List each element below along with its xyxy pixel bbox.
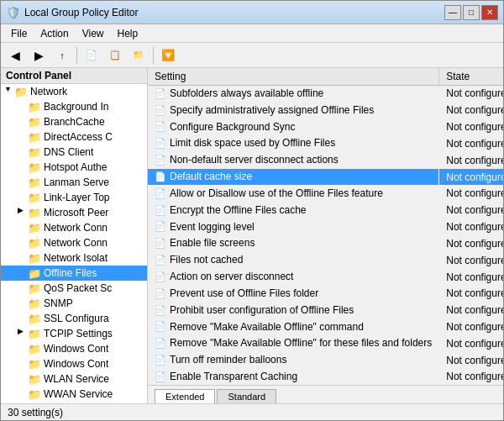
tree-panel[interactable]: Control Panel ▼ 📁 Network 📁 Background I… <box>1 68 148 403</box>
expand-icon <box>18 221 28 234</box>
expand-icon <box>18 387 28 401</box>
up-button[interactable]: ↑ <box>51 45 73 66</box>
tree-item-hotspot[interactable]: 📁 Hotspot Authe <box>1 160 147 175</box>
table-row[interactable]: 📄Default cache sizeNot configured <box>148 169 503 186</box>
app-icon: 🛡️ <box>6 6 19 19</box>
expand-icon <box>18 191 28 204</box>
tree-item-wlan[interactable]: 📁 WLAN Service <box>1 371 147 387</box>
tree-item-linklayer[interactable]: 📁 Link-Layer Top <box>1 190 147 205</box>
table-row[interactable]: 📄Enable Transparent CachingNot configure… <box>148 369 503 385</box>
state-cell: Not configured <box>439 185 503 202</box>
setting-label: Non-default server disconnect actions <box>170 154 339 166</box>
setting-label: Configure Background Sync <box>170 121 295 133</box>
tree-item-branchcache[interactable]: 📁 BranchCache <box>1 114 147 129</box>
folder-icon: 📁 <box>28 221 41 234</box>
menu-file[interactable]: File <box>4 26 34 41</box>
folder-icon: 📁 <box>28 130 41 144</box>
state-cell: Not configured <box>439 285 503 302</box>
setting-icon: 📄 <box>155 155 166 166</box>
tab-extended[interactable]: Extended <box>155 389 215 403</box>
table-row[interactable]: 📄Enable file screensNot configured <box>148 235 503 252</box>
setting-label: Turn off reminder balloons <box>170 354 286 366</box>
help-button[interactable]: 📁 <box>128 45 150 66</box>
tree-item-snmp[interactable]: 📁 SNMP <box>1 296 147 311</box>
expand-icon <box>18 251 28 265</box>
setting-label: Encrypt the Offline Files cache <box>170 204 307 216</box>
setting-icon: 📄 <box>155 205 166 217</box>
settings-table-container[interactable]: Setting State 📄Subfolders always availab… <box>148 68 503 385</box>
setting-cell: 📄Limit disk space used by Offline Files <box>148 135 439 152</box>
table-row[interactable]: 📄Event logging levelNot configured <box>148 218 503 235</box>
table-row[interactable]: 📄Non-default server disconnect actionsNo… <box>148 152 503 169</box>
table-row[interactable]: 📄Turn off reminder balloonsNot configure… <box>148 352 503 369</box>
column-setting[interactable]: Setting <box>148 68 439 86</box>
tree-item-netconn1[interactable]: 📁 Network Conn <box>1 220 147 235</box>
tree-item-tcpip[interactable]: ▶ 📁 TCPIP Settings <box>1 326 147 341</box>
menu-action[interactable]: Action <box>34 26 75 41</box>
tree-item-netconn2[interactable]: 📁 Network Conn <box>1 235 147 250</box>
setting-icon: 📄 <box>155 371 166 383</box>
back-button[interactable]: ◀ <box>4 45 26 66</box>
tree-item-label: QoS Packet Sc <box>44 282 112 294</box>
state-cell: Not configured <box>439 235 503 252</box>
tree-item-wincont2[interactable]: 📁 Windows Cont <box>1 356 147 371</box>
table-row[interactable]: 📄Limit disk space used by Offline FilesN… <box>148 135 503 152</box>
state-cell: Not configured <box>439 118 503 135</box>
tree-item-dns-client[interactable]: 📁 DNS Client <box>1 145 147 160</box>
table-row[interactable]: 📄Files not cachedNot configured <box>148 252 503 269</box>
state-cell: Not configured <box>439 352 503 369</box>
tree-item-wincont1[interactable]: 📁 Windows Cont <box>1 341 147 356</box>
maximize-button[interactable]: □ <box>463 5 480 20</box>
setting-cell: 📄Default cache size <box>148 169 439 186</box>
menu-view[interactable]: View <box>76 26 111 41</box>
main-window: 🛡️ Local Group Policy Editor — □ ✕ File … <box>0 0 504 421</box>
table-row[interactable]: 📄Remove "Make Available Offline" for the… <box>148 335 503 352</box>
tree-item-label: Hotspot Authe <box>44 161 107 173</box>
tree-item-netisolat[interactable]: 📁 Network Isolat <box>1 250 147 266</box>
expand-icon <box>18 266 28 280</box>
expand-icon <box>18 115 28 129</box>
settings-rows: 📄Subfolders always available offlineNot … <box>148 86 503 386</box>
table-row[interactable]: 📄Remove "Make Available Offline" command… <box>148 318 503 335</box>
tree-item-directaccess[interactable]: 📁 DirectAccess C <box>1 129 147 145</box>
setting-cell: 📄Enable file screens <box>148 235 439 252</box>
forward-button[interactable]: ▶ <box>28 45 50 66</box>
table-row[interactable]: 📄Prevent use of Offline Files folderNot … <box>148 285 503 302</box>
table-row[interactable]: 📄Allow or Disallow use of the Offline Fi… <box>148 185 503 202</box>
expand-icon <box>18 130 28 144</box>
table-row[interactable]: 📄Specify administratively assigned Offli… <box>148 102 503 118</box>
properties-button[interactable]: 📋 <box>104 45 126 66</box>
expand-icon <box>18 312 28 325</box>
folder-icon: 📁 <box>28 357 41 371</box>
state-cell: Not configured <box>439 102 503 118</box>
show-hide-button[interactable]: 📄 <box>81 45 102 66</box>
table-row[interactable]: 📄Prohibit user configuration of Offline … <box>148 302 503 318</box>
tree-item-microsoft[interactable]: ▶ 📁 Microsoft Peer <box>1 205 147 220</box>
setting-icon: 📄 <box>155 288 166 300</box>
tree-item-ssl[interactable]: 📁 SSL Configura <box>1 311 147 326</box>
table-row[interactable]: 📄Action on server disconnectNot configur… <box>148 269 503 286</box>
close-button[interactable]: ✕ <box>481 5 498 20</box>
table-row[interactable]: 📄Encrypt the Offline Files cacheNot conf… <box>148 202 503 218</box>
setting-icon: 📄 <box>155 355 166 366</box>
setting-icon: 📄 <box>155 105 166 117</box>
tree-item-network[interactable]: ▼ 📁 Network <box>1 84 147 99</box>
column-state[interactable]: State <box>439 68 503 86</box>
table-row[interactable]: 📄Subfolders always available offlineNot … <box>148 86 503 103</box>
menu-help[interactable]: Help <box>111 26 145 41</box>
toolbar-separator-2 <box>153 47 154 64</box>
tree-item-label: Network Conn <box>44 237 108 249</box>
tree-item-lanman[interactable]: 📁 Lanman Serve <box>1 175 147 190</box>
folder-icon: 📁 <box>28 387 41 401</box>
table-row[interactable]: 📄Configure Background SyncNot configured <box>148 118 503 135</box>
tree-item-wwan[interactable]: 📁 WWAN Service <box>1 387 147 402</box>
tree-item-qos[interactable]: 📁 QoS Packet Sc <box>1 281 147 296</box>
filter-button[interactable]: 🔽 <box>157 45 179 66</box>
tree-item-offline[interactable]: 📁 Offline Files <box>1 266 147 281</box>
minimize-button[interactable]: — <box>444 5 461 20</box>
tree-item-label: Network Isolat <box>44 252 108 264</box>
expand-icon <box>18 100 28 113</box>
tree-item-background-in[interactable]: 📁 Background In <box>1 99 147 114</box>
setting-cell: 📄Action on server disconnect <box>148 269 439 286</box>
tab-standard[interactable]: Standard <box>217 389 276 403</box>
